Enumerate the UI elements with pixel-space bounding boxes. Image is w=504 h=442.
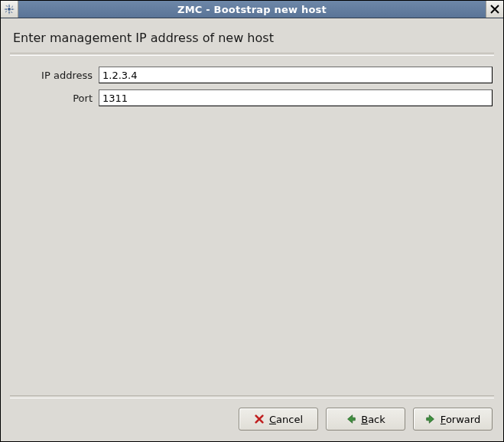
port-input[interactable] bbox=[99, 89, 493, 106]
ip-address-input[interactable] bbox=[99, 67, 493, 83]
cancel-icon bbox=[254, 414, 265, 424]
separator-bottom bbox=[10, 395, 494, 398]
port-label: Port bbox=[10, 93, 94, 104]
page-heading: Enter management IP address of new host bbox=[10, 26, 494, 53]
back-button[interactable]: Back bbox=[326, 408, 405, 431]
back-label: Back bbox=[361, 414, 385, 425]
back-icon bbox=[346, 414, 356, 424]
ip-address-label: IP address bbox=[10, 70, 94, 81]
close-icon bbox=[490, 5, 499, 14]
forward-label: Forward bbox=[441, 414, 480, 425]
svg-point-0 bbox=[8, 8, 11, 11]
button-row: Cancel Back Forward bbox=[10, 408, 494, 432]
close-button[interactable] bbox=[486, 1, 503, 18]
form: IP address Port bbox=[10, 67, 494, 106]
spacer bbox=[10, 106, 494, 392]
separator bbox=[10, 53, 494, 56]
burst-icon bbox=[4, 4, 15, 15]
forward-button[interactable]: Forward bbox=[413, 408, 493, 431]
cancel-label: Cancel bbox=[269, 414, 303, 425]
cancel-button[interactable]: Cancel bbox=[239, 408, 318, 431]
app-menu-icon[interactable] bbox=[1, 1, 18, 18]
window: ZMC - Bootstrap new host Enter managemen… bbox=[0, 0, 504, 442]
titlebar: ZMC - Bootstrap new host bbox=[1, 1, 503, 18]
forward-icon bbox=[425, 414, 436, 424]
client-area: Enter management IP address of new host … bbox=[1, 18, 503, 441]
window-title: ZMC - Bootstrap new host bbox=[18, 4, 486, 15]
